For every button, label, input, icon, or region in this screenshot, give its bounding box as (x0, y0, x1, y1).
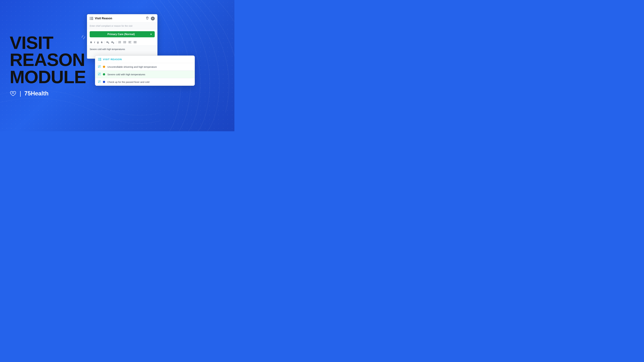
toolbar-separator-2 (116, 41, 116, 44)
text-editor-toolbar: B I U S H1 H2 1.2.3. (87, 39, 157, 46)
dropdown-arrow-icon: ▼ (150, 33, 152, 35)
modal-title-row: Visit Reason (90, 17, 112, 20)
svg-rect-5 (91, 19, 93, 20)
modal-list-icon (90, 17, 93, 20)
brand-heart-icon (10, 91, 16, 96)
status-dot-blue (103, 81, 105, 83)
ordered-list-button[interactable]: 1.2.3. (118, 41, 122, 44)
placeholder-text: Enter chief compliant or reason for the … (90, 25, 132, 27)
status-dot-green (103, 73, 105, 75)
unordered-list-button[interactable] (123, 41, 127, 44)
list-item-text-3: Check up for the passed fever and cold (108, 81, 150, 83)
edit-icon-2[interactable] (98, 73, 100, 76)
svg-rect-27 (99, 59, 101, 59)
svg-rect-29 (99, 60, 101, 61)
list-item-text-2: Severe cold with high temperatures (108, 73, 145, 76)
toolbar-separator-1 (104, 41, 104, 44)
brand-name-text: 75Health (24, 90, 48, 97)
svg-point-16 (123, 42, 124, 42)
modal-close-button[interactable]: ✕ (151, 16, 155, 20)
h1-button[interactable]: H1 (106, 40, 110, 44)
list-card-header: VISIT REASON (95, 56, 195, 63)
edit-icon-1[interactable] (98, 65, 100, 68)
svg-rect-4 (90, 19, 91, 20)
list-item-text-1: Uncontrollable shivering and high temper… (108, 65, 157, 68)
strikethrough-button[interactable]: S (100, 41, 103, 44)
list-header-text: VISIT REASON (103, 58, 122, 61)
svg-rect-3 (91, 18, 93, 19)
title-line1: VISIT (10, 34, 86, 51)
svg-rect-25 (99, 58, 101, 58)
svg-rect-31 (98, 73, 100, 75)
edit-icon-3[interactable] (98, 80, 100, 83)
primary-care-dropdown[interactable]: Primary Care (Normal) ▼ (90, 31, 155, 37)
svg-point-15 (123, 41, 124, 41)
italic-button[interactable]: I (94, 41, 96, 44)
brand-row: | 75Health (10, 90, 86, 97)
svg-rect-1 (91, 17, 93, 17)
hero-section: VISIT REASON MODULE | 75Health (10, 34, 86, 97)
svg-rect-24 (98, 58, 99, 58)
list-header-icon (98, 58, 101, 61)
modal-header: Visit Reason ✕ (87, 14, 157, 23)
modal-title-text: Visit Reason (95, 17, 112, 20)
list-item[interactable]: Uncontrollable shivering and high temper… (95, 63, 195, 71)
align-justify-button[interactable] (133, 41, 137, 44)
title-line2: REASON (10, 51, 86, 68)
svg-rect-30 (98, 65, 100, 68)
svg-rect-2 (90, 18, 91, 19)
list-item[interactable]: Check up for the passed fever and cold (95, 78, 195, 86)
bold-button[interactable]: B (90, 41, 92, 44)
svg-rect-28 (98, 60, 99, 61)
modal-delete-button[interactable] (146, 16, 149, 20)
h2-button[interactable]: H2 (111, 40, 115, 44)
chief-complaint-input[interactable]: Enter chief compliant or reason for the … (87, 23, 157, 29)
align-left-button[interactable] (128, 41, 132, 44)
editor-content-text: Severe cold with high temperatures (90, 48, 125, 50)
list-item[interactable]: Severe cold with high temperatures (95, 71, 195, 78)
title-line3: MODULE (10, 68, 86, 86)
svg-rect-32 (98, 80, 100, 83)
underline-button[interactable]: U (96, 41, 99, 44)
svg-text:3.: 3. (118, 42, 119, 43)
svg-rect-26 (98, 59, 99, 59)
hero-title: VISIT REASON MODULE (10, 34, 86, 86)
visit-reason-modal: Visit Reason ✕ Enter chief compliant or … (87, 14, 158, 59)
modal-actions: ✕ (146, 16, 155, 20)
care-button-label: Primary Care (Normal) (92, 33, 150, 36)
brand-divider: | (20, 90, 21, 97)
svg-rect-0 (90, 17, 91, 17)
status-dot-orange (103, 66, 105, 68)
svg-point-17 (123, 43, 124, 43)
visit-reason-list-card: VISIT REASON Uncontrollable shivering an… (95, 55, 195, 86)
